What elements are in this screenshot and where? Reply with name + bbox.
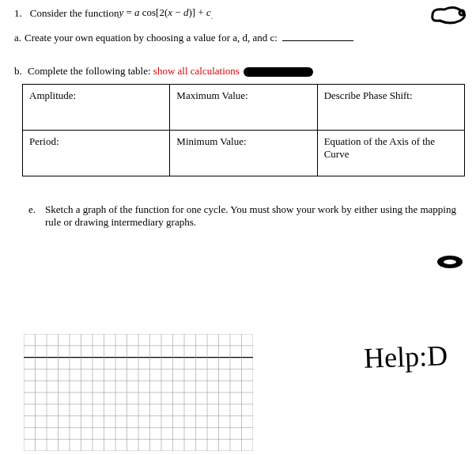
question-prompt-prefix: Consider the function [30,7,119,20]
grid-lines [24,334,253,451]
cell-maximum-value[interactable]: Maximum Value: [170,84,317,130]
svg-point-0 [459,10,464,15]
part-e-label: e. [28,203,36,229]
part-a-text: Create your own equation by choosing a v… [25,32,278,44]
part-a-label: a. [14,32,21,44]
black-scribble-redaction [244,67,313,77]
answer-blank-line[interactable] [282,40,353,41]
properties-table: Amplitude: Maximum Value: Describe Phase… [22,84,465,176]
cell-period[interactable]: Period: [23,130,170,176]
function-formula: y = a cos[2(x − d)] + c. [119,6,213,21]
part-b-label: b. [14,65,22,77]
handwritten-help-text: Help:D [363,339,448,375]
cell-phase-shift[interactable]: Describe Phase Shift: [317,84,464,130]
doodle-circle-icon [435,253,465,271]
question-number: 1. [14,7,22,20]
part-b-text: Complete the following table: [28,65,153,77]
cell-minimum-value[interactable]: Minimum Value: [170,130,317,176]
doodle-icon [429,5,468,25]
cell-axis-equation[interactable]: Equation of the Axis of the Curve [317,130,464,176]
graph-grid[interactable] [24,334,253,454]
part-b-red-text: show all calculations [153,65,240,77]
cell-amplitude[interactable]: Amplitude: [23,84,170,130]
part-e-text: Sketch a graph of the function for one c… [45,203,462,229]
svg-point-2 [444,260,456,264]
